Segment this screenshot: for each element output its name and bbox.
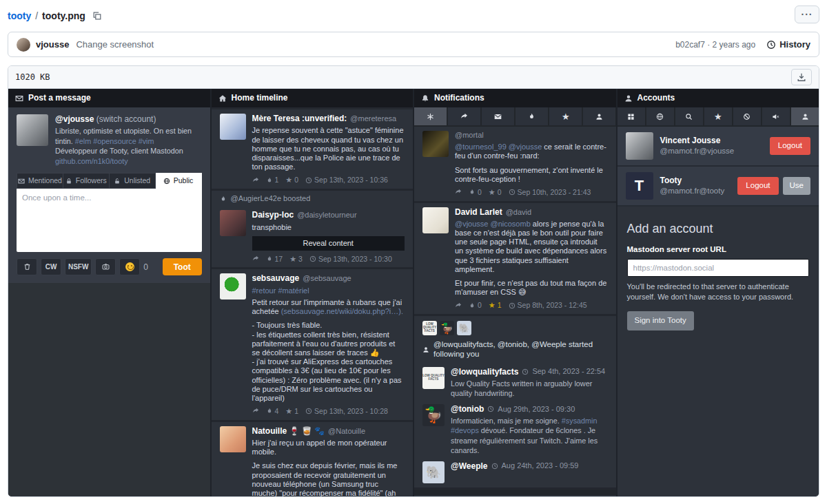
post-handle[interactable]: @sebsauvage	[303, 274, 351, 283]
commit-author[interactable]: vjousse	[36, 39, 69, 50]
download-button[interactable]	[791, 69, 812, 85]
toot-textarea[interactable]	[17, 189, 202, 252]
reply-button[interactable]	[252, 408, 259, 414]
breadcrumb-repo-link[interactable]: tooty	[8, 10, 31, 21]
boost-count[interactable]: 0	[469, 301, 482, 310]
boost-count[interactable]: 20	[267, 107, 284, 109]
reveal-content-button[interactable]: Reveal content	[252, 236, 405, 251]
history-label: History	[779, 39, 810, 50]
tab-favourites[interactable]: ★	[704, 107, 732, 125]
tab-accounts[interactable]	[791, 107, 819, 125]
post-handle[interactable]: @mortal	[455, 131, 484, 140]
tab-public[interactable]: Public	[156, 173, 202, 189]
boost-count[interactable]: 0	[469, 188, 482, 197]
post-handle[interactable]: @Natouille	[328, 427, 365, 436]
search-icon	[685, 113, 693, 120]
boost-count[interactable]: 4	[266, 407, 279, 416]
server-url-input[interactable]	[627, 259, 810, 277]
history-button[interactable]: History	[766, 39, 810, 50]
post-body-line: - j'ai trouvé sur AliExpress des cartouc…	[252, 357, 405, 403]
avatar[interactable]	[626, 132, 653, 160]
cw-button[interactable]: CW	[41, 258, 61, 275]
avatar[interactable]: T	[626, 172, 653, 200]
post-date[interactable]: Sep 10th, 2023 - 21:43	[509, 188, 591, 197]
avatar[interactable]	[220, 426, 246, 452]
post-handle[interactable]: @david	[506, 208, 531, 217]
commit-author-avatar[interactable]	[17, 38, 30, 52]
use-account-button[interactable]: Use	[783, 177, 810, 195]
bio-link[interactable]: github.com/n1k0/tooty	[55, 157, 128, 165]
filter-follows[interactable]	[583, 107, 615, 125]
reply-button[interactable]	[252, 255, 259, 262]
tab-unlisted[interactable]: Unlisted	[110, 173, 156, 189]
post-date[interactable]: Sep 8th, 2023 - 12:45	[509, 301, 587, 310]
avatar[interactable]	[17, 114, 48, 146]
sign-into-tooty-button[interactable]: Sign into Tooty	[627, 311, 694, 330]
filter-replies[interactable]	[448, 107, 480, 125]
tab-mentioned[interactable]: Mentioned	[17, 173, 63, 189]
reply-button[interactable]	[253, 107, 260, 109]
avatar[interactable]: 🐘	[422, 461, 445, 483]
follower-handle[interactable]: @Weeple	[451, 461, 488, 471]
avatar[interactable]	[220, 114, 246, 140]
follower-handle[interactable]: @lowqualityfacts	[451, 367, 518, 377]
post-handle[interactable]: @mereteresa	[350, 114, 396, 123]
filter-all[interactable]	[414, 107, 447, 125]
post-link[interactable]: (sebsauvage.net/wiki/doku.php?i…).	[281, 307, 403, 315]
tab-blocks[interactable]	[733, 107, 761, 125]
post-hashtags[interactable]: #retour #matériel	[252, 286, 405, 295]
emoji-button[interactable]	[119, 258, 140, 275]
star-count[interactable]: ★0	[285, 176, 298, 185]
avatar[interactable]: LOW QUALITY FACTS	[422, 367, 445, 389]
post-date[interactable]: Sep 13th, 2023 - 10:30	[309, 255, 392, 264]
follower-handle[interactable]: @toniob	[451, 404, 484, 414]
post-date[interactable]: Sep 13th, 2023 - 10:28	[305, 407, 388, 416]
bio-hashtags[interactable]: #elm #opensource #vim	[75, 137, 154, 145]
post-date[interactable]: Sep 13th, 2023 - 10:37	[310, 107, 393, 109]
tab-grid[interactable]	[617, 107, 645, 125]
commit-sha-time[interactable]: b02caf7 · 2 years ago	[675, 40, 755, 50]
avatar[interactable]: 🦆	[422, 404, 445, 426]
star-count[interactable]: ★1	[489, 301, 502, 310]
filter-favourites[interactable]: ★	[549, 107, 582, 125]
boost-count[interactable]: 17	[266, 255, 283, 264]
mention-links[interactable]: @vjousse @nicosomb	[455, 220, 531, 228]
account-name: Tooty	[660, 176, 725, 185]
logout-button[interactable]: Logout	[770, 137, 810, 155]
boosted-by-text[interactable]: @AugierLe42e boosted	[231, 194, 311, 203]
avatar[interactable]	[422, 207, 449, 233]
logout-button[interactable]: Logout	[737, 177, 778, 195]
reply-button[interactable]	[252, 177, 259, 184]
tab-mutes[interactable]	[762, 107, 790, 125]
star-count[interactable]: ★2	[290, 107, 303, 109]
avatar[interactable]	[220, 210, 246, 236]
kebab-menu-button[interactable]: ···	[795, 6, 819, 23]
star-count[interactable]: ★3	[289, 255, 303, 264]
nsfw-button[interactable]: NSFW	[65, 258, 92, 275]
star-count[interactable]: ★1	[285, 407, 298, 416]
delete-draft-button[interactable]	[17, 258, 37, 275]
attach-media-button[interactable]	[95, 258, 116, 275]
avatar[interactable]	[422, 131, 449, 157]
post-handle[interactable]: @daisyletourneur	[297, 211, 356, 220]
add-account-heading: Add an account	[627, 222, 810, 237]
avatar[interactable]: LOW QUALITY FACTS	[422, 321, 437, 335]
switch-account-link[interactable]: (switch account)	[96, 114, 156, 124]
filter-mentions[interactable]	[482, 107, 514, 125]
avatar[interactable]: 🐘	[457, 321, 471, 335]
mention-links[interactable]: @tournesol_99 @vjousse	[455, 143, 542, 151]
tab-followers[interactable]: Followers	[63, 173, 110, 189]
toot-button[interactable]: Toot	[163, 258, 202, 275]
boost-count[interactable]: 1	[266, 176, 279, 185]
copy-path-icon[interactable]	[92, 11, 102, 21]
tab-federated[interactable]	[646, 107, 674, 125]
avatar[interactable]	[220, 273, 246, 300]
commit-message[interactable]: Change screenshot	[76, 39, 154, 50]
reply-button[interactable]	[455, 302, 462, 309]
filter-boosts[interactable]	[515, 107, 548, 125]
post-date[interactable]: Sep 13th, 2023 - 10:36	[305, 176, 388, 185]
star-count[interactable]: ★0	[489, 188, 502, 197]
tab-search[interactable]	[675, 107, 703, 125]
reply-button[interactable]	[455, 189, 462, 196]
avatar[interactable]: 🦆	[440, 321, 454, 335]
